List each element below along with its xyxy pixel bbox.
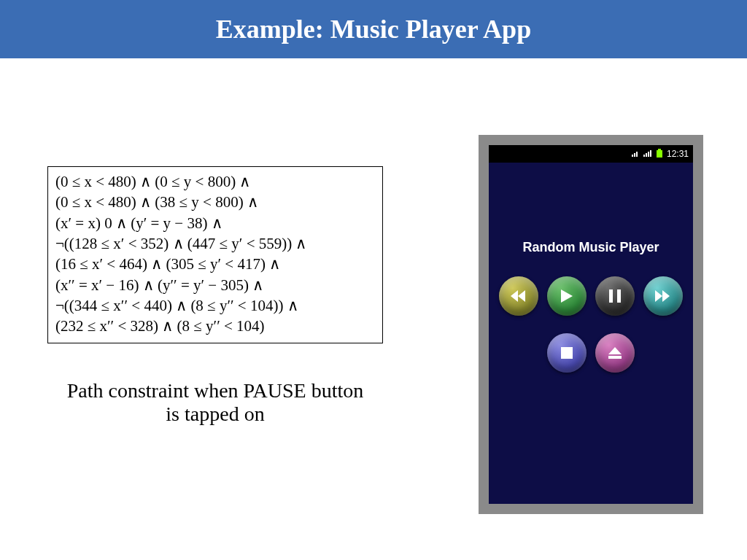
slide-content: (0 ≤ x < 480) ∧ (0 ≤ y < 800) ∧ (0 ≤ x <… [0, 58, 747, 560]
svg-rect-16 [561, 347, 573, 359]
constraint-line: (x′ = x) 0 ∧ (y′ = y − 38) ∧ [55, 213, 375, 233]
svg-marker-17 [608, 347, 622, 354]
constraint-line: (x′′ = x′ − 16) ∧ (y′′ = y′ − 305) ∧ [55, 275, 375, 295]
status-bar: 12:31 [489, 145, 693, 163]
forward-button[interactable] [643, 276, 683, 316]
svg-rect-0 [632, 155, 633, 157]
svg-rect-8 [657, 150, 662, 158]
button-row-2 [489, 333, 693, 373]
network-icon [632, 149, 639, 159]
eject-icon [608, 347, 622, 359]
status-time: 12:31 [667, 149, 689, 159]
phone-frame: 12:31 Random Music Player [479, 135, 703, 514]
app-title: Random Music Player [489, 240, 693, 255]
rewind-button[interactable] [499, 276, 538, 316]
svg-rect-18 [608, 356, 622, 359]
stop-button[interactable] [547, 333, 587, 373]
svg-rect-5 [648, 152, 649, 157]
forward-icon [655, 290, 671, 302]
constraint-line: ¬((128 ≤ x′ < 352) ∧ (447 ≤ y′ < 559)) ∧ [55, 233, 375, 254]
svg-rect-7 [658, 149, 661, 150]
signal-icon [643, 149, 652, 159]
svg-rect-2 [636, 152, 638, 157]
constraint-line: (232 ≤ x′′ < 328) ∧ (8 ≤ y′′ < 104) [55, 316, 375, 336]
svg-marker-9 [511, 290, 518, 302]
play-button[interactable] [547, 276, 587, 316]
path-constraint-box: (0 ≤ x < 480) ∧ (0 ≤ y < 800) ∧ (0 ≤ x <… [47, 166, 383, 343]
button-row-1 [489, 276, 693, 316]
svg-rect-4 [646, 153, 647, 157]
phone-screen: 12:31 Random Music Player [489, 145, 693, 504]
svg-rect-6 [650, 150, 651, 157]
pause-icon [609, 289, 621, 303]
battery-icon [657, 149, 662, 160]
constraint-line: ¬((344 ≤ x′′ < 440) ∧ (8 ≤ y′′ < 104)) ∧ [55, 295, 375, 316]
eject-button[interactable] [595, 333, 635, 373]
svg-rect-13 [617, 289, 621, 303]
play-icon [561, 289, 573, 303]
rewind-icon [511, 290, 527, 302]
constraint-caption: Path constraint when PAUSE button is tap… [58, 379, 372, 426]
slide-title: Example: Music Player App [216, 14, 531, 44]
svg-marker-15 [662, 290, 670, 302]
constraint-line: (0 ≤ x < 480) ∧ (0 ≤ y < 800) ∧ [55, 171, 375, 192]
stop-icon [561, 347, 573, 359]
title-bar: Example: Music Player App [0, 0, 747, 58]
pause-button[interactable] [595, 276, 635, 316]
svg-marker-10 [518, 290, 525, 302]
svg-rect-1 [634, 153, 635, 157]
slide: Example: Music Player App (0 ≤ x < 480) … [0, 0, 747, 560]
svg-rect-3 [643, 155, 645, 157]
constraint-line: (16 ≤ x′ < 464) ∧ (305 ≤ y′ < 417) ∧ [55, 254, 375, 274]
svg-marker-14 [655, 290, 662, 302]
svg-marker-11 [561, 289, 573, 303]
constraint-line: (0 ≤ x < 480) ∧ (38 ≤ y < 800) ∧ [55, 192, 375, 212]
svg-rect-12 [609, 289, 613, 303]
